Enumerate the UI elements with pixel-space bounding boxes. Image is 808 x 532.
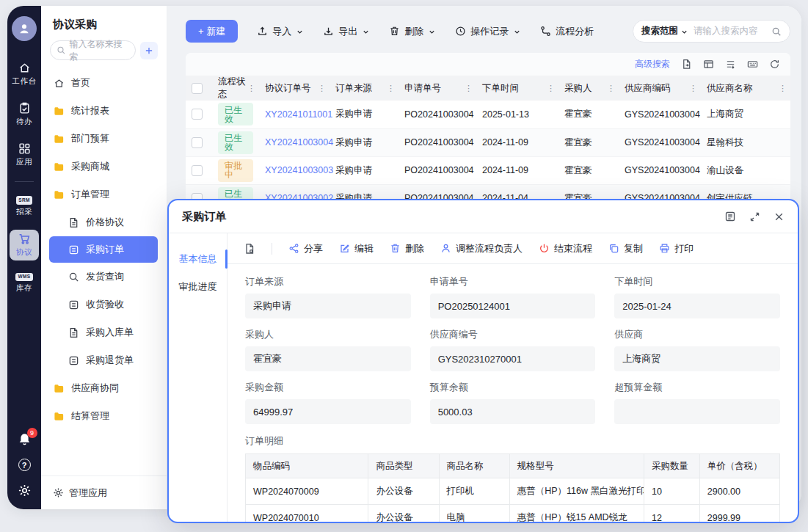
print-button[interactable]: 打印 xyxy=(659,242,694,255)
add-button[interactable] xyxy=(140,42,158,59)
column-header[interactable]: 协议订单号⋮ xyxy=(259,76,330,101)
column-menu-icon[interactable]: ⋮ xyxy=(779,84,787,93)
search-scope-dropdown[interactable]: 搜索范围 xyxy=(641,25,688,37)
column-header[interactable]: 供应商编码⋮ xyxy=(619,76,701,101)
history-button[interactable]: 操作记录 xyxy=(455,25,521,38)
search-input[interactable]: 请输入搜索内容 xyxy=(694,25,766,37)
reassign-owner-button[interactable]: 调整流程负责人 xyxy=(440,242,523,255)
home-icon xyxy=(18,62,31,74)
sidebar-item-returns[interactable]: 采购退货单 xyxy=(41,346,167,374)
sidebar-item-supplier-collab[interactable]: 供应商协同 xyxy=(41,374,167,402)
export-label: 导出 xyxy=(338,25,357,38)
column-header[interactable]: 供应商名称⋮ xyxy=(701,76,790,101)
end-flow-button[interactable]: 结束流程 xyxy=(539,242,592,255)
shortcuts-button[interactable] xyxy=(747,59,758,70)
sidebar-item-reports[interactable]: 统计报表 xyxy=(41,97,167,125)
source-cell: 采购申请 xyxy=(330,156,398,184)
rail-item-sourcing[interactable]: SRM 招采 xyxy=(10,193,39,220)
export-button[interactable]: 导出 xyxy=(323,25,370,38)
table-row[interactable]: 已生效 XY20241011001 采购申请 PO20241003004 202… xyxy=(186,101,790,128)
delete-button[interactable]: 删除 xyxy=(389,25,436,38)
order-link[interactable]: XY20241003004 xyxy=(265,137,333,147)
column-menu-icon[interactable]: ⋮ xyxy=(689,84,697,93)
column-header[interactable]: 下单时间⋮ xyxy=(476,76,558,101)
copy-button[interactable]: 复制 xyxy=(608,242,643,255)
item-name-cell: 电脑 xyxy=(439,505,509,522)
supplier-code-cell: GYS20241003004 xyxy=(619,156,701,184)
sidebar-item-receiving[interactable]: 收货验收 xyxy=(41,291,167,318)
close-button[interactable] xyxy=(774,211,785,222)
order-link[interactable]: XY20241003003 xyxy=(265,165,333,175)
row-checkbox[interactable] xyxy=(192,137,203,148)
column-menu-icon[interactable]: ⋮ xyxy=(465,84,473,93)
sidebar-item-price-agreement[interactable]: 价格协议 xyxy=(41,208,167,236)
row-checkbox[interactable] xyxy=(192,165,203,176)
export-view-button[interactable] xyxy=(681,59,692,70)
field-value: PO20250124001 xyxy=(430,294,596,318)
import-button[interactable]: 导入 xyxy=(257,25,304,38)
select-all-checkbox[interactable] xyxy=(192,83,203,94)
rail-item-workbench[interactable]: 工作台 xyxy=(10,59,39,90)
row-checkbox[interactable] xyxy=(192,109,203,120)
table-row[interactable]: 审批中 XY20241003003 采购申请 PO20241003004 202… xyxy=(186,156,790,184)
order-link[interactable]: XY20241011001 xyxy=(265,109,332,120)
field-label: 预算余额 xyxy=(430,381,596,394)
column-menu-icon[interactable]: ⋮ xyxy=(247,84,255,93)
sidebar-item-home[interactable]: 首页 xyxy=(41,69,167,97)
import-icon xyxy=(257,26,268,37)
detail-column-header: 采购数量 xyxy=(644,454,700,478)
rail-item-todo[interactable]: 待办 xyxy=(10,99,39,130)
column-header[interactable]: 申请单号⋮ xyxy=(398,76,476,101)
manage-apps-button[interactable]: 管理应用 xyxy=(41,475,167,509)
table-row[interactable]: 已生效 XY20241003004 采购申请 PO20241003004 202… xyxy=(186,128,790,156)
tab-approval-progress[interactable]: 审批进度 xyxy=(169,273,227,301)
sidebar-item-inbound[interactable]: 采购入库单 xyxy=(41,318,167,346)
notifications-button[interactable]: 9 xyxy=(18,432,32,446)
sidebar-search-placeholder: 输入名称来搜索 xyxy=(70,38,129,63)
column-menu-icon[interactable]: ⋮ xyxy=(607,84,615,93)
column-header[interactable]: 采购人⋮ xyxy=(558,76,619,101)
buyer-cell: 霍宜豪 xyxy=(558,128,619,156)
notes-button[interactable] xyxy=(724,211,736,222)
avatar[interactable] xyxy=(12,16,37,41)
sidebar-item-settlement[interactable]: 结算管理 xyxy=(41,402,167,430)
sidebar-item-mall[interactable]: 采购商城 xyxy=(41,153,167,181)
settings-button[interactable] xyxy=(18,484,32,498)
column-menu-icon[interactable]: ⋮ xyxy=(547,84,555,93)
delete-record-button[interactable]: 删除 xyxy=(390,242,424,255)
layout-icon xyxy=(703,59,714,70)
form-field: 订单来源 采购申请 xyxy=(245,275,411,318)
display-fields-button[interactable] xyxy=(703,59,714,70)
edit-button[interactable]: 编辑 xyxy=(339,242,374,255)
rail-item-apps[interactable]: 应用 xyxy=(10,139,39,170)
column-menu-icon[interactable]: ⋮ xyxy=(318,84,326,93)
sidebar-search-input[interactable]: 输入名称来搜索 xyxy=(50,40,136,60)
sidebar-item-budget[interactable]: 部门预算 xyxy=(41,125,167,153)
search-icon xyxy=(57,45,66,55)
tab-basic-info[interactable]: 基本信息 xyxy=(169,245,227,273)
column-menu-icon[interactable]: ⋮ xyxy=(387,84,395,93)
share-icon xyxy=(288,243,299,254)
refresh-button[interactable] xyxy=(769,59,780,70)
doc-export-button[interactable] xyxy=(244,243,255,255)
buyer-cell: 霍宜豪 xyxy=(558,101,619,128)
sidebar-item-order-mgmt[interactable]: 订单管理 xyxy=(41,181,167,208)
grid-icon xyxy=(18,142,31,155)
edit-label: 编辑 xyxy=(354,242,374,255)
toolbar-divider xyxy=(272,243,272,255)
rail-item-inventory[interactable]: WMS 库存 xyxy=(10,270,39,297)
sidebar-item-shipment-query[interactable]: 发货查询 xyxy=(41,263,167,291)
help-button[interactable]: ? xyxy=(18,459,31,471)
expand-button[interactable] xyxy=(749,211,760,222)
row-height-button[interactable] xyxy=(725,59,736,70)
column-header[interactable]: 流程状态⋮ xyxy=(212,76,259,101)
rail-item-agreement[interactable]: 协议 xyxy=(10,230,39,260)
sidebar-item-purchase-order[interactable]: 采购订单 xyxy=(49,236,158,263)
search-icon[interactable] xyxy=(771,26,782,37)
column-header[interactable]: 订单来源⋮ xyxy=(330,76,398,101)
share-button[interactable]: 分享 xyxy=(288,242,323,255)
new-button[interactable]: + 新建 xyxy=(186,20,238,43)
field-value: 2025-01-24 xyxy=(614,294,780,318)
flow-analysis-button[interactable]: 流程分析 xyxy=(540,25,594,38)
advanced-search-link[interactable]: 高级搜索 xyxy=(635,58,670,70)
